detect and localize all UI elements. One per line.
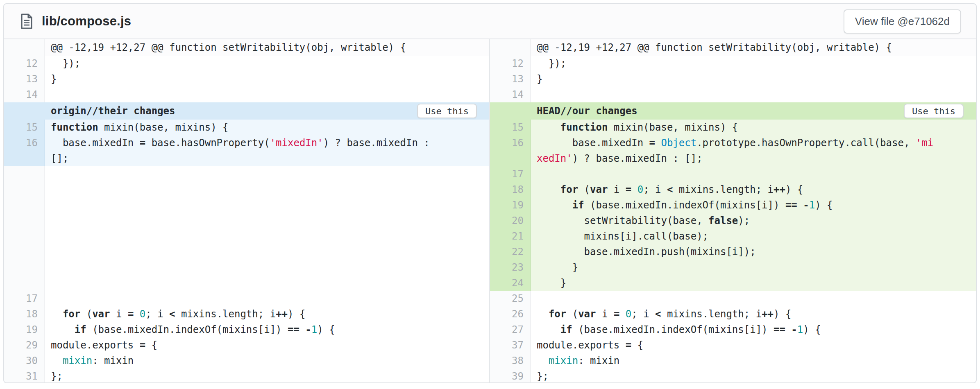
alignment-spacer bbox=[4, 166, 489, 291]
line-number: 25 bbox=[490, 291, 531, 306]
code-content: function mixin(base, mixins) { bbox=[531, 120, 976, 135]
code-line: 16 base.mixedIn = Object.prototype.hasOw… bbox=[490, 135, 976, 151]
hunk-header-row: @@ -12,19 +12,27 @@ function setWritabil… bbox=[490, 39, 976, 56]
diff-pane-theirs: @@ -12,19 +12,27 @@ function setWritabil… bbox=[4, 39, 490, 383]
code-line: []; bbox=[4, 151, 489, 166]
line-number: 18 bbox=[4, 306, 45, 322]
code-content: mixin: mixin bbox=[45, 353, 489, 369]
line-number: 16 bbox=[490, 135, 531, 151]
line-number bbox=[490, 151, 531, 166]
use-this-button-left[interactable]: Use this bbox=[417, 104, 477, 118]
line-number: 37 bbox=[490, 337, 531, 353]
code-content bbox=[45, 87, 489, 102]
code-content bbox=[531, 166, 976, 182]
use-this-button-right[interactable]: Use this bbox=[904, 104, 964, 118]
code-line: 21 mixins[i].call(base); bbox=[490, 228, 976, 244]
line-number bbox=[4, 39, 45, 56]
code-content: }); bbox=[531, 56, 976, 71]
code-line: xedIn') ? base.mixedIn : []; bbox=[490, 151, 976, 166]
code-content: base.mixedIn = base.hasOwnProperty('mixe… bbox=[45, 135, 489, 151]
file-text-icon bbox=[20, 13, 34, 29]
line-number: 20 bbox=[490, 213, 531, 228]
code-line: 26 for (var i = 0; i < mixins.length; i+… bbox=[490, 306, 976, 322]
code-line: 27 if (base.mixedIn.indexOf(mixins[i]) =… bbox=[490, 322, 976, 337]
code-content: for (var i = 0; i < mixins.length; i++) … bbox=[531, 182, 976, 197]
line-number: 18 bbox=[490, 182, 531, 197]
line-number: 22 bbox=[490, 244, 531, 260]
code-line: 18 for (var i = 0; i < mixins.length; i+… bbox=[490, 182, 976, 197]
code-line: 20 setWritability(base, false); bbox=[490, 213, 976, 228]
line-number: 39 bbox=[490, 369, 531, 383]
code-content bbox=[531, 87, 976, 102]
code-content: module.exports = { bbox=[531, 337, 976, 353]
line-number: 24 bbox=[490, 275, 531, 291]
code-content: module.exports = { bbox=[45, 337, 489, 353]
code-content: if (base.mixedIn.indexOf(mixins[i]) == -… bbox=[531, 197, 976, 213]
line-number: 23 bbox=[490, 260, 531, 275]
line-number: 15 bbox=[4, 120, 45, 135]
diff-pane-ours: @@ -12,19 +12,27 @@ function setWritabil… bbox=[490, 39, 976, 383]
code-content: } bbox=[531, 260, 976, 275]
code-line: 12 }); bbox=[490, 56, 976, 71]
spacer-gutter bbox=[4, 166, 45, 291]
conflict-label: HEAD//our changes bbox=[537, 105, 637, 117]
line-number: 19 bbox=[490, 197, 531, 213]
code-content: } bbox=[531, 71, 976, 87]
code-content: }; bbox=[45, 369, 489, 383]
line-number: 27 bbox=[490, 322, 531, 337]
code-line: 14 bbox=[490, 87, 976, 102]
line-number: 14 bbox=[4, 87, 45, 102]
code-line: 17 bbox=[490, 166, 976, 182]
code-content: base.mixedIn.push(mixins[i]); bbox=[531, 244, 976, 260]
code-content: if (base.mixedIn.indexOf(mixins[i]) == -… bbox=[531, 322, 976, 337]
code-content bbox=[531, 291, 976, 306]
code-line: 29module.exports = { bbox=[4, 337, 489, 353]
code-content: mixins[i].call(base); bbox=[531, 228, 976, 244]
conflict-header-left: origin//their changesUse this bbox=[4, 102, 489, 120]
code-content: for (var i = 0; i < mixins.length; i++) … bbox=[531, 306, 976, 322]
hunk-header-row: @@ -12,19 +12,27 @@ function setWritabil… bbox=[4, 39, 489, 56]
code-content: @@ -12,19 +12,27 @@ function setWritabil… bbox=[45, 39, 489, 56]
line-number: 30 bbox=[4, 353, 45, 369]
line-number: 13 bbox=[4, 71, 45, 87]
code-content: } bbox=[45, 71, 489, 87]
code-content: setWritability(base, false); bbox=[531, 213, 976, 228]
split-diff: @@ -12,19 +12,27 @@ function setWritabil… bbox=[4, 39, 976, 383]
line-number: 38 bbox=[490, 353, 531, 369]
code-line: 37module.exports = { bbox=[490, 337, 976, 353]
file-path-title: lib/compose.js bbox=[42, 14, 131, 29]
view-file-button[interactable]: View file @e71062d bbox=[844, 9, 961, 34]
code-line: 13} bbox=[4, 71, 489, 87]
code-line: 19 if (base.mixedIn.indexOf(mixins[i]) =… bbox=[490, 197, 976, 213]
code-line: 15 function mixin(base, mixins) { bbox=[490, 120, 976, 135]
code-line: 19 if (base.mixedIn.indexOf(mixins[i]) =… bbox=[4, 322, 489, 337]
code-line: 24 } bbox=[490, 275, 976, 291]
code-content: }); bbox=[45, 56, 489, 71]
code-line: 15function mixin(base, mixins) { bbox=[4, 120, 489, 135]
line-number: 12 bbox=[490, 56, 531, 71]
code-content: xedIn') ? base.mixedIn : []; bbox=[531, 151, 976, 166]
line-number: 12 bbox=[4, 56, 45, 71]
code-content: function mixin(base, mixins) { bbox=[45, 120, 489, 135]
code-line: 22 base.mixedIn.push(mixins[i]); bbox=[490, 244, 976, 260]
code-line: 17 bbox=[4, 291, 489, 306]
code-line: 13} bbox=[490, 71, 976, 87]
code-line: 39}; bbox=[490, 369, 976, 383]
line-number: 16 bbox=[4, 135, 45, 151]
file-header: lib/compose.js View file @e71062d bbox=[4, 4, 976, 39]
code-line: 38 mixin: mixin bbox=[490, 353, 976, 369]
code-content: for (var i = 0; i < mixins.length; i++) … bbox=[45, 306, 489, 322]
line-number: 21 bbox=[490, 228, 531, 244]
line-number bbox=[490, 39, 531, 56]
line-number: 29 bbox=[4, 337, 45, 353]
code-line: 14 bbox=[4, 87, 489, 102]
code-content: []; bbox=[45, 151, 489, 166]
code-content: } bbox=[531, 275, 976, 291]
code-content: }; bbox=[531, 369, 976, 383]
code-content: mixin: mixin bbox=[531, 353, 976, 369]
line-number: 17 bbox=[490, 166, 531, 182]
line-number: 26 bbox=[490, 306, 531, 322]
conflict-label: origin//their changes bbox=[51, 105, 175, 117]
spacer-body bbox=[45, 166, 489, 291]
code-content: @@ -12,19 +12,27 @@ function setWritabil… bbox=[531, 39, 976, 56]
